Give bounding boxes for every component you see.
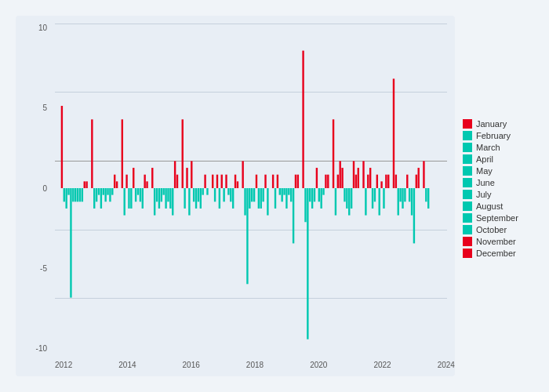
bar [116, 181, 118, 188]
bar [77, 188, 78, 201]
bar [274, 188, 276, 209]
bar [290, 188, 292, 201]
bar [327, 175, 329, 188]
bar [84, 181, 85, 188]
bar [258, 188, 260, 209]
bar [304, 188, 306, 222]
bar [295, 175, 296, 188]
legend-color-february [463, 131, 472, 140]
bar [262, 188, 264, 201]
bar [302, 51, 304, 188]
legend-label-january: January [476, 119, 507, 129]
chart-legend: January February March April May June Ju… [455, 16, 541, 376]
y-label-5: 5 [42, 103, 47, 112]
bar [67, 188, 69, 195]
bar [249, 188, 250, 209]
legend-label-august: August [476, 201, 503, 211]
bar [409, 188, 410, 201]
bar [244, 188, 245, 216]
bar [367, 175, 369, 188]
bar [316, 168, 318, 188]
bar [144, 175, 145, 188]
plot-area [55, 24, 447, 353]
bar [393, 78, 394, 188]
bar [198, 188, 199, 201]
bar [279, 188, 281, 195]
bar [398, 188, 399, 216]
bar [346, 188, 347, 209]
bar [100, 188, 102, 209]
bar [307, 188, 308, 339]
bar [351, 188, 352, 209]
bar [142, 188, 144, 209]
bar [285, 188, 287, 209]
legend-color-may [463, 166, 472, 176]
bar [380, 181, 382, 188]
bar [311, 188, 313, 209]
bar [404, 188, 405, 201]
bar [107, 188, 108, 195]
bar [169, 188, 171, 209]
x-label-2012: 2012 [55, 361, 72, 369]
bar [75, 188, 76, 201]
bar [221, 175, 223, 188]
legend-item-april: April [463, 154, 537, 164]
legend-label-april: April [476, 154, 493, 164]
bar [206, 188, 208, 195]
legend-label-november: November [476, 237, 516, 246]
bar [158, 188, 160, 209]
bar [425, 188, 427, 201]
bar [314, 188, 315, 201]
bar [406, 175, 408, 188]
x-label-2020: 2020 [310, 361, 327, 369]
x-label-2024: 2024 [438, 361, 455, 369]
bar [70, 188, 71, 298]
legend-color-december [463, 249, 472, 258]
bar [98, 188, 100, 195]
bar [325, 175, 326, 188]
legend-label-may: May [476, 166, 493, 176]
legend-label-december: December [476, 249, 516, 258]
bar [283, 188, 285, 195]
bar [260, 188, 262, 209]
bar [322, 188, 324, 195]
bar [219, 188, 220, 209]
legend-color-november [463, 237, 472, 246]
bar [320, 188, 322, 209]
bar [427, 188, 429, 209]
bar [423, 161, 424, 188]
bar [353, 161, 354, 188]
bar [242, 161, 243, 188]
legend-label-september: September [476, 213, 518, 223]
bar [191, 161, 192, 188]
bar [96, 188, 97, 201]
bar [64, 188, 65, 201]
bar [333, 119, 334, 188]
bar [293, 188, 294, 243]
chart-container: 10 5 0 -5 -10 [0, 0, 549, 392]
bar [212, 175, 213, 188]
legend-item-november: November [463, 237, 537, 246]
bar [362, 161, 364, 188]
legend-item-august: August [463, 201, 537, 211]
legend-item-july: July [463, 190, 537, 199]
bar [161, 188, 162, 201]
bar [223, 188, 224, 201]
bar [232, 188, 234, 209]
bar [104, 188, 106, 201]
bar [216, 175, 218, 188]
legend-color-september [463, 213, 472, 223]
bar [193, 188, 195, 201]
legend-item-october: October [463, 225, 537, 234]
bar [344, 188, 345, 201]
bar [230, 188, 231, 201]
bar [163, 188, 165, 195]
bar [154, 188, 155, 216]
bar [130, 188, 132, 209]
bar [251, 188, 253, 201]
bar [204, 175, 205, 188]
bar [140, 188, 141, 201]
bar [146, 181, 147, 188]
bar [137, 188, 139, 195]
bar [151, 168, 153, 188]
